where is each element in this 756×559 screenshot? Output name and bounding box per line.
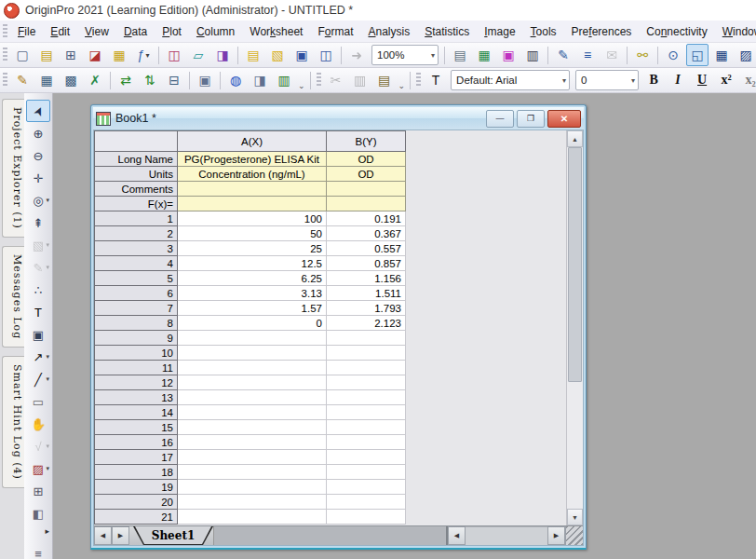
cell-b[interactable]	[327, 361, 406, 375]
meta-cell-b[interactable]: OD	[327, 152, 406, 167]
menu-window[interactable]: Window	[715, 22, 756, 41]
find-icon[interactable]: ⊙	[662, 44, 684, 66]
toolbar-grip[interactable]	[317, 73, 321, 88]
window-resize-grip[interactable]	[565, 526, 583, 545]
tab-project-explorer[interactable]: Project Explorer (1)	[2, 99, 24, 238]
menu-edit[interactable]: Edit	[43, 22, 77, 41]
underline-button[interactable]: U	[691, 69, 713, 91]
cell-a[interactable]: 0	[178, 316, 327, 331]
export-worksheet-icon[interactable]: ⊟	[163, 69, 185, 91]
save-icon[interactable]: ▣	[290, 44, 313, 66]
insert-graph-icon[interactable]: ▨▾	[26, 457, 50, 480]
pan-tool-icon[interactable]: ✋	[26, 413, 50, 435]
menubar-grip[interactable]	[3, 24, 7, 39]
cell-b[interactable]	[327, 495, 406, 510]
cell-b[interactable]: 0.557	[327, 241, 406, 256]
reimport-direct-icon[interactable]: ⇄	[115, 69, 137, 91]
menu-plot[interactable]: Plot	[155, 22, 189, 41]
row-number[interactable]: 21	[95, 510, 178, 525]
cell-a[interactable]: 25	[178, 241, 327, 256]
cell-a[interactable]	[178, 420, 327, 435]
font-combo[interactable]: Default: Arial▾	[451, 70, 570, 90]
new-graph-icon[interactable]: ◪	[84, 44, 106, 66]
row-number[interactable]: 19	[95, 480, 178, 495]
run-script-icon[interactable]: ➜	[345, 44, 368, 66]
cell-b[interactable]: 1.793	[327, 301, 406, 316]
menu-column[interactable]: Column	[189, 22, 242, 41]
restore-button[interactable]: ❐	[517, 110, 545, 128]
meta-cell-a[interactable]	[178, 197, 327, 211]
vertical-scrollbar[interactable]: ▲ ▼	[566, 130, 583, 525]
cell-b[interactable]	[327, 480, 406, 495]
cell-a[interactable]	[178, 435, 327, 450]
draw-data-icon[interactable]: ✎▾	[26, 256, 50, 279]
edit-notes-icon[interactable]: ✎	[552, 44, 574, 66]
mask-tool-icon[interactable]: ▧▾	[26, 234, 50, 256]
row-number[interactable]: 14	[95, 405, 178, 420]
import-wizard-icon[interactable]: ✎	[11, 69, 34, 91]
cell-a[interactable]: 6.25	[178, 271, 327, 286]
new-layout-icon[interactable]: ◫	[163, 44, 185, 66]
menu-image[interactable]: Image	[477, 22, 522, 41]
shape-tool-icon[interactable]: ▭	[26, 390, 50, 413]
data-reader-icon[interactable]: ◎▾	[26, 189, 50, 211]
screen-reader-icon[interactable]: ✛	[26, 167, 50, 189]
equation-tool-icon[interactable]: √▾	[26, 435, 50, 457]
cell-b[interactable]	[327, 331, 406, 346]
cell-b[interactable]	[327, 450, 406, 465]
row-number[interactable]: 4	[95, 256, 178, 271]
tab-messages-log[interactable]: Messages Log	[2, 246, 24, 348]
meta-cell-b[interactable]: OD	[327, 167, 406, 182]
column-header-a[interactable]: A(X)	[178, 131, 327, 152]
view-table-icon[interactable]: ▦	[710, 44, 733, 66]
image-mode-icon[interactable]: ▣	[497, 44, 520, 66]
row-label[interactable]: Units	[95, 167, 178, 182]
cell-b[interactable]	[327, 346, 406, 361]
menu-format[interactable]: Format	[310, 22, 360, 41]
column-header-b[interactable]: B(Y)	[327, 131, 406, 152]
row-label[interactable]: F(x)=	[95, 197, 178, 211]
row-number[interactable]: 13	[95, 390, 178, 405]
vertical-scroll-thumb[interactable]	[568, 147, 582, 382]
cell-a[interactable]	[178, 375, 327, 390]
new-notes-icon[interactable]: ▱	[187, 44, 209, 66]
row-number[interactable]: 5	[95, 271, 178, 286]
row-number[interactable]: 20	[95, 495, 178, 510]
copy-icon[interactable]: ▥	[349, 69, 371, 91]
text-tool-icon[interactable]: T	[26, 301, 50, 323]
horizontal-scroll-track[interactable]	[466, 526, 547, 545]
menu-view[interactable]: View	[77, 22, 116, 41]
cell-b[interactable]: 0.191	[327, 211, 406, 226]
close-button[interactable]: ✕	[547, 110, 581, 128]
row-number[interactable]: 7	[95, 301, 178, 316]
row-number[interactable]: 10	[95, 346, 178, 361]
cell-b[interactable]: 2.123	[327, 316, 406, 331]
project-explorer-icon[interactable]: ◱	[686, 44, 709, 66]
meta-cell-a[interactable]	[178, 182, 327, 197]
size-combo[interactable]: 0▾	[575, 70, 639, 90]
tab-scroll-right-icon[interactable]: ▶	[112, 526, 129, 545]
cell-b[interactable]: 0.367	[327, 226, 406, 241]
layout-lines-icon[interactable]: ≡	[576, 44, 599, 66]
cell-a[interactable]	[178, 346, 327, 361]
pointer-tool-icon[interactable]: ➤	[26, 100, 50, 122]
row-number[interactable]: 3	[95, 241, 178, 256]
row-number[interactable]: 6	[95, 286, 178, 301]
row-number[interactable]: 15	[95, 420, 178, 435]
row-number[interactable]: 18	[95, 465, 178, 480]
menu-connectivity[interactable]: Connectivity	[639, 22, 714, 41]
cell-a[interactable]	[178, 495, 327, 510]
tab-scroll-left-icon[interactable]: ◀	[94, 526, 112, 545]
cell-b[interactable]	[327, 420, 406, 435]
row-number[interactable]: 8	[95, 316, 178, 331]
minimize-button[interactable]: —	[486, 110, 514, 128]
video-icon[interactable]: ▥	[521, 44, 544, 66]
meta-cell-b[interactable]	[327, 197, 406, 211]
subscript-button[interactable]: x₂	[739, 69, 756, 91]
cell-a[interactable]	[178, 510, 327, 525]
italic-button[interactable]: I	[667, 69, 689, 91]
scroll-up-icon[interactable]: ▲	[567, 130, 583, 147]
corner-cell[interactable]	[95, 131, 178, 152]
reimport-icon[interactable]: ⇅	[139, 69, 161, 91]
paste-transpose-icon[interactable]: ▥	[273, 69, 295, 91]
